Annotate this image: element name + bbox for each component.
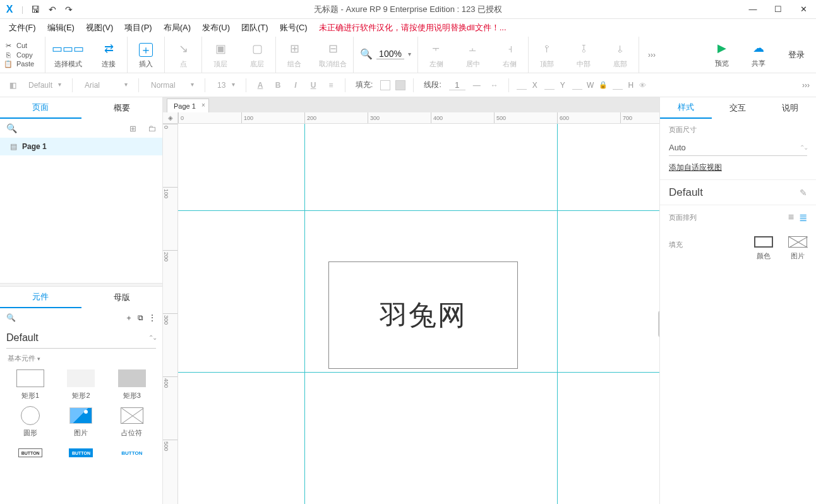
lock-icon[interactable]: 🔒 — [599, 81, 608, 89]
login-button[interactable]: 登录 — [777, 49, 816, 61]
more-icon[interactable]: ⋮ — [148, 313, 156, 322]
widget-rect1[interactable]: 矩形1 — [6, 369, 54, 400]
tab-interact[interactable]: 交互 — [712, 97, 764, 119]
italic-icon[interactable]: I — [289, 81, 302, 90]
widget-button2[interactable]: BUTTON — [57, 444, 105, 462]
insert-button[interactable]: ＋ 插入 — [134, 43, 158, 69]
list-icon[interactable]: ≡ — [325, 81, 337, 90]
point-button[interactable]: ↘ 点 — [171, 40, 195, 69]
library-dropdown[interactable]: Default — [6, 327, 156, 349]
close-icon[interactable]: × — [201, 102, 205, 109]
edit-icon[interactable]: ✎ — [800, 188, 807, 198]
color-icon[interactable]: A — [254, 81, 267, 90]
align-right-button[interactable]: ⫞右侧 — [498, 40, 522, 69]
ruler-corner[interactable]: ◈ — [163, 112, 178, 123]
tab-style[interactable]: 样式 — [660, 97, 712, 119]
menu-publish[interactable]: 发布(U) — [202, 22, 230, 33]
menu-view[interactable]: 视图(V) — [86, 22, 113, 33]
align-mid-button[interactable]: ⫱中部 — [572, 40, 596, 69]
zoom-value[interactable]: 100% — [376, 49, 404, 59]
scrollbar-thumb[interactable] — [658, 311, 659, 337]
widget-rect2[interactable]: 矩形2 — [57, 369, 105, 400]
menu-arrange[interactable]: 布局(A) — [164, 22, 191, 33]
select-mode-button[interactable]: ▭▭▭ 选择模式 — [52, 40, 84, 69]
add-folder-icon[interactable]: 🗀 — [148, 124, 156, 133]
save-icon[interactable]: 🖫 — [31, 4, 40, 15]
fill-swatch[interactable] — [380, 80, 390, 90]
fill-color-option[interactable]: 颜色 — [754, 236, 773, 261]
library-section[interactable]: 基本元件 — [0, 349, 162, 366]
canvas-shape[interactable]: 羽兔网 — [328, 261, 518, 369]
align-center-button[interactable]: ⫠居中 — [461, 40, 485, 69]
canvas-tab[interactable]: Page 1 × — [167, 99, 209, 112]
copy-button[interactable]: ⎘Copy — [4, 51, 41, 59]
tab-widgets[interactable]: 元件 — [0, 287, 81, 308]
zoom-control[interactable]: 🔍 100% ▾ — [360, 39, 411, 69]
align-left-button[interactable]: ⫟左侧 — [424, 40, 448, 69]
guideline-v[interactable] — [304, 124, 305, 504]
widget-button3[interactable]: BUTTON — [108, 444, 156, 462]
font-dropdown[interactable]: Arial — [80, 78, 131, 92]
group-button[interactable]: ⊞ 组合 — [282, 40, 306, 69]
bold-icon[interactable]: B — [272, 81, 284, 90]
share-button[interactable]: ☁ 共享 — [747, 40, 771, 68]
align-top-button[interactable]: ⫯顶部 — [535, 40, 559, 69]
ungroup-button[interactable]: ⊟ 取消组合 — [319, 40, 347, 69]
layers-icon[interactable]: ⧉ — [138, 313, 143, 322]
tab-pages[interactable]: 页面 — [0, 97, 81, 119]
line-style-icon[interactable]: — — [471, 81, 483, 90]
weight-dropdown[interactable]: Normal — [147, 78, 197, 92]
add-page-icon[interactable]: ⊞ — [129, 124, 136, 133]
align-left-option[interactable]: ≡ — [788, 212, 794, 224]
close-button[interactable]: ✕ — [791, 4, 816, 14]
search-icon[interactable]: 🔍 — [6, 313, 16, 322]
menu-account[interactable]: 账号(C) — [280, 22, 308, 33]
fill-image-option[interactable]: 图片 — [788, 236, 807, 261]
widget-circle[interactable]: 圆形 — [6, 407, 54, 438]
align-bot-button[interactable]: ⫰底部 — [608, 40, 632, 69]
widget-button1[interactable]: BUTTON — [6, 444, 54, 462]
toolbar-overflow[interactable]: ››› — [639, 37, 664, 73]
send-back-button[interactable]: ▢ 底层 — [245, 40, 269, 69]
line-width-input[interactable] — [449, 80, 465, 90]
bring-front-button[interactable]: ▣ 顶层 — [208, 40, 232, 69]
ruler-horizontal[interactable]: ◈ 0 100 200 300 400 500 600 700 — [163, 112, 659, 124]
tab-masters[interactable]: 母版 — [81, 287, 163, 308]
menu-edit[interactable]: 编辑(E) — [47, 22, 75, 33]
visibility-icon[interactable]: 👁 — [639, 81, 646, 89]
widget-image[interactable]: 图片 — [57, 407, 105, 438]
guideline-h[interactable] — [178, 372, 659, 373]
ruler-vertical[interactable]: 0 100 200 300 400 500 — [163, 124, 178, 504]
fill-swatch-2[interactable] — [395, 80, 405, 90]
menu-team[interactable]: 团队(T) — [241, 22, 268, 33]
widget-placeholder[interactable]: 占位符 — [108, 407, 156, 438]
maximize-button[interactable]: ☐ — [765, 4, 791, 14]
tab-notes[interactable]: 说明 — [764, 97, 816, 119]
page-item[interactable]: ▤ Page 1 — [0, 138, 162, 155]
tab-outline[interactable]: 概要 — [81, 97, 163, 119]
underline-icon[interactable]: U — [307, 81, 320, 90]
add-icon[interactable]: ＋ — [125, 313, 133, 323]
size-dropdown[interactable]: 13 — [213, 78, 238, 92]
redo-icon[interactable]: ↷ — [65, 4, 73, 15]
formatbar-overflow[interactable]: ››› — [802, 81, 810, 90]
minimize-button[interactable]: — — [740, 4, 765, 14]
line-arrow-icon[interactable]: ↔ — [488, 81, 501, 90]
style-dropdown[interactable]: Default — [24, 78, 64, 92]
guideline-h[interactable] — [178, 210, 659, 211]
menu-warning[interactable]: 未正确进行软件汉化，请按使用说明替换dll文件！... — [319, 22, 507, 33]
search-icon[interactable]: 🔍 — [6, 123, 17, 133]
canvas[interactable]: 羽兔网 — [178, 124, 659, 504]
menu-file[interactable]: 文件(F) — [9, 22, 36, 33]
undo-icon[interactable]: ↶ — [49, 4, 56, 15]
add-adaptive-link[interactable]: 添加自适应视图 — [669, 162, 722, 173]
guideline-v[interactable] — [557, 124, 558, 504]
menu-project[interactable]: 项目(P) — [124, 22, 152, 33]
cut-button[interactable]: ✂Cut — [4, 42, 41, 50]
align-center-option[interactable]: ≣ — [799, 212, 807, 224]
paste-button[interactable]: 📋Paste — [4, 60, 41, 68]
widget-rect3[interactable]: 矩形3 — [108, 369, 156, 400]
style-icon[interactable]: ◧ — [6, 81, 19, 90]
connect-button[interactable]: ⇄ 连接 — [97, 40, 121, 69]
dim-dropdown[interactable]: Auto — [669, 140, 807, 156]
